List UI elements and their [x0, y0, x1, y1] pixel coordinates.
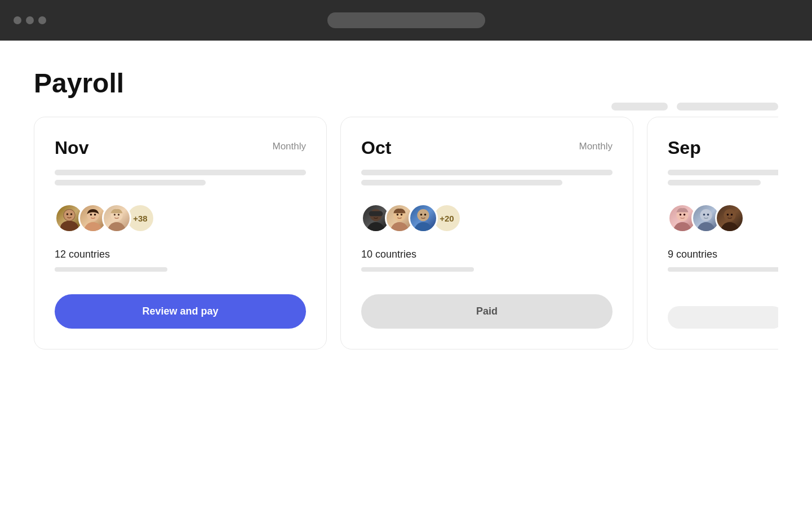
svg-rect-17: [369, 211, 383, 216]
svg-point-5: [84, 222, 102, 231]
svg-point-11: [114, 214, 116, 215]
minimize-button[interactable]: [26, 16, 34, 24]
sep-skeleton-1: [668, 170, 778, 175]
nov-card: Nov Monthly: [34, 117, 327, 349]
nov-countries: 12 countries: [55, 249, 306, 260]
sep-card-header: Sep: [668, 138, 778, 158]
svg-point-33: [707, 214, 709, 216]
svg-point-3: [66, 213, 69, 215]
oct-countries: 10 countries: [361, 249, 613, 260]
svg-point-12: [118, 214, 119, 215]
header-controls: [611, 103, 778, 110]
svg-point-18: [391, 222, 409, 231]
svg-point-32: [703, 214, 705, 216]
nov-card-header: Nov Monthly: [55, 138, 306, 158]
svg-point-29: [684, 214, 686, 216]
svg-point-35: [724, 209, 735, 221]
svg-point-4: [70, 213, 73, 215]
sep-countries: 9 countries: [668, 249, 778, 260]
svg-point-20: [397, 214, 399, 216]
sep-month: Sep: [668, 138, 701, 158]
svg-point-24: [420, 214, 423, 216]
nov-countries-skeleton: [55, 267, 167, 272]
sep-avatar-group: [668, 203, 778, 233]
paid-button-oct: Paid: [361, 294, 613, 329]
nov-month: Nov: [55, 138, 88, 158]
svg-point-34: [721, 222, 739, 231]
oct-skeleton-lines: [361, 170, 613, 185]
svg-point-31: [700, 209, 712, 221]
oct-skeleton-1: [361, 170, 613, 175]
header-skeleton-1: [611, 103, 668, 110]
svg-point-7: [90, 214, 92, 216]
svg-point-37: [731, 214, 733, 216]
svg-point-28: [680, 214, 682, 216]
nov-skeleton-1: [55, 170, 306, 175]
sep-skeleton-2: [668, 180, 761, 185]
svg-point-9: [108, 222, 126, 231]
oct-avatar-3: [409, 203, 438, 233]
svg-point-21: [401, 214, 403, 216]
traffic-lights: [14, 16, 46, 24]
nov-avatar-group: +38: [55, 203, 306, 233]
paid-button-sep: [668, 306, 778, 329]
nov-skeleton-2: [55, 180, 206, 185]
browser-chrome: [0, 0, 812, 41]
oct-frequency: Monthly: [579, 141, 613, 152]
close-button[interactable]: [14, 16, 21, 24]
oct-card-header: Oct Monthly: [361, 138, 613, 158]
oct-card: Oct Monthly: [340, 117, 633, 349]
page-content: Payroll Nov Monthly: [0, 41, 812, 531]
svg-point-13: [367, 222, 385, 231]
cards-container: Nov Monthly: [34, 117, 778, 349]
sep-skeleton-lines: [668, 170, 778, 185]
oct-month: Oct: [361, 138, 391, 158]
svg-point-22: [414, 222, 432, 231]
sep-countries-skeleton: [668, 267, 778, 272]
maximize-button[interactable]: [38, 16, 46, 24]
svg-point-25: [424, 214, 427, 216]
svg-point-30: [697, 222, 715, 231]
oct-skeleton-2: [361, 180, 562, 185]
svg-point-8: [94, 214, 96, 216]
oct-avatar-group: +20: [361, 203, 613, 233]
review-and-pay-button[interactable]: Review and pay: [55, 294, 306, 329]
nov-skeleton-lines: [55, 170, 306, 185]
address-bar[interactable]: [327, 12, 485, 28]
oct-countries-skeleton: [361, 267, 474, 272]
nov-frequency: Monthly: [272, 141, 306, 152]
svg-point-36: [727, 214, 729, 216]
svg-point-2: [64, 210, 74, 220]
header-skeleton-2: [677, 103, 778, 110]
sep-avatar-3: [715, 203, 744, 233]
nov-avatar-3: [102, 203, 131, 233]
svg-point-26: [673, 222, 691, 231]
sep-card: Sep: [647, 117, 778, 349]
page-title: Payroll: [34, 68, 778, 99]
svg-point-1: [60, 220, 78, 231]
svg-point-23: [417, 209, 429, 221]
